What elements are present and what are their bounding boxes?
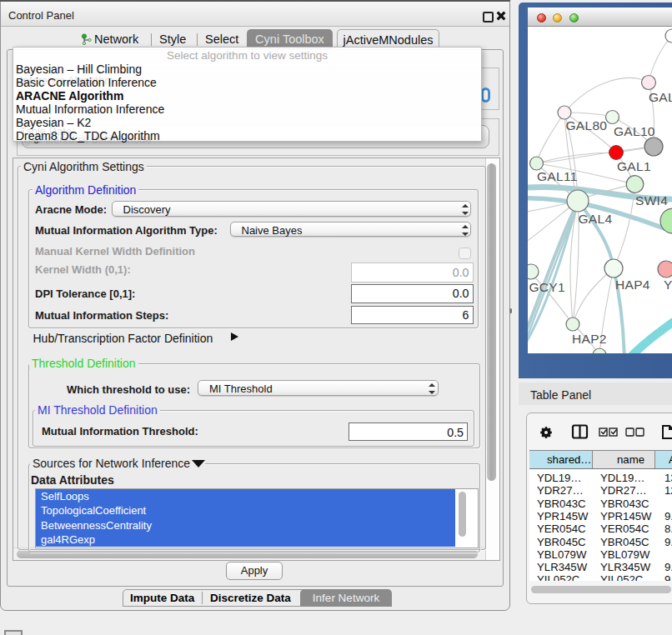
svg-text:GCY1: GCY1 bbox=[529, 280, 565, 294]
svg-text:HAP4: HAP4 bbox=[615, 278, 650, 292]
svg-text:SWI4: SWI4 bbox=[635, 193, 668, 208]
svg-text:GAL4: GAL4 bbox=[579, 212, 613, 226]
svg-text:GAL11: GAL11 bbox=[537, 169, 578, 183]
svg-text:Y: Y bbox=[664, 278, 672, 292]
svg-text:GAL1: GAL1 bbox=[617, 159, 651, 173]
svg-text:GAL: GAL bbox=[649, 90, 672, 104]
svg-text:GAL10: GAL10 bbox=[614, 124, 655, 138]
svg-text:GAL80: GAL80 bbox=[566, 118, 608, 132]
svg-text:HAP2: HAP2 bbox=[572, 332, 607, 346]
